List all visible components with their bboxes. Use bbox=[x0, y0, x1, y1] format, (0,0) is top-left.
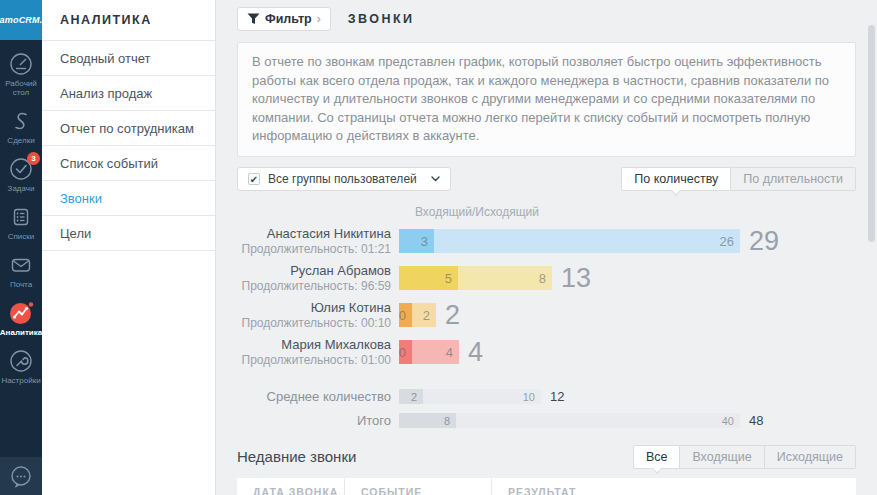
amocrm-analytics-calls-page: amoCRM. Рабочий стол Сделки 3 Задачи bbox=[0, 0, 877, 495]
bar[interactable]: 0 4 bbox=[399, 340, 459, 364]
vertical-scrollbar-thumb[interactable] bbox=[868, 25, 875, 242]
calls-filter-tabs: Все Входящие Исходящие bbox=[633, 445, 856, 469]
chart-title: Входящий/Исходящий bbox=[415, 205, 856, 219]
dropdown-label: Все группы пользователей bbox=[268, 172, 417, 186]
rail-item-label: Аналитика bbox=[0, 328, 42, 337]
topbar: Фильтр › ЗВОНКИ bbox=[237, 0, 856, 38]
rail-item-deals[interactable]: Сделки bbox=[0, 108, 42, 145]
outgoing-bar-segment[interactable]: 40 bbox=[456, 413, 740, 428]
chart-row-label: Руслан Абрамов Продолжительность: 96:59 bbox=[237, 263, 391, 294]
deals-icon bbox=[8, 108, 34, 134]
outgoing-bar-segment[interactable]: 10 bbox=[423, 389, 541, 404]
chart-row: Руслан Абрамов Продолжительность: 96:59 … bbox=[237, 260, 856, 297]
settings-icon bbox=[8, 348, 34, 374]
rail-item-analytics[interactable]: Аналитика bbox=[0, 300, 42, 337]
rail-item-label: Настройки bbox=[1, 376, 40, 385]
incoming-bar-segment[interactable]: 8 bbox=[399, 413, 456, 428]
rail-item-label: Списки bbox=[8, 232, 35, 241]
tab-outgoing[interactable]: Исходящие bbox=[765, 445, 856, 469]
chart-row-label: Среднее количество bbox=[237, 389, 391, 405]
report-description: В отчете по звонкам представлен график, … bbox=[237, 42, 856, 157]
outgoing-bar-segment[interactable]: 8 bbox=[458, 266, 552, 290]
main-content: Фильтр › ЗВОНКИ В отчете по звонкам пред… bbox=[216, 0, 877, 495]
chart-row: Анастасия Никитина Продолжительность: 01… bbox=[237, 223, 856, 260]
mail-icon bbox=[8, 252, 34, 278]
bar-total-value: 48 bbox=[749, 413, 763, 428]
manager-name: Среднее количество bbox=[237, 389, 391, 405]
column-header-result: РЕЗУЛЬТАТ bbox=[491, 478, 856, 495]
tab-incoming[interactable]: Входящие bbox=[680, 445, 764, 469]
chart-row: Итого 8 40 48 bbox=[237, 409, 856, 433]
recent-calls-header: Недавние звонки Все Входящие Исходящие bbox=[237, 445, 856, 469]
rail-item-desktop[interactable]: Рабочий стол bbox=[0, 51, 42, 97]
call-duration-label: Продолжительность: 01:00 bbox=[237, 353, 391, 368]
rail-item-lists[interactable]: Списки bbox=[0, 204, 42, 241]
sidebar-item-summary-report[interactable]: Сводный отчет bbox=[42, 41, 215, 76]
recent-calls-table: ДАТА ЗВОНКА СОБЫТИЕ РЕЗУЛЬТАТ 14.11.2017… bbox=[237, 478, 856, 495]
rail-item-tasks[interactable]: 3 Задачи bbox=[0, 156, 42, 193]
chart-row-label: Итого bbox=[237, 413, 391, 429]
outgoing-bar-segment[interactable]: 26 bbox=[434, 229, 740, 253]
manager-name: Юлия Котина bbox=[237, 300, 391, 316]
incoming-bar-segment[interactable]: 0 bbox=[399, 303, 412, 327]
chart-mode-toggle: По количеству По длительности bbox=[621, 167, 856, 191]
incoming-bar-segment[interactable]: 0 bbox=[399, 340, 412, 364]
amocrm-logo[interactable]: amoCRM. bbox=[0, 0, 42, 40]
left-icon-rail: amoCRM. Рабочий стол Сделки 3 Задачи bbox=[0, 0, 42, 495]
analytics-sidebar: АНАЛИТИКА Сводный отчет Анализ продаж От… bbox=[42, 0, 216, 495]
manager-name: Руслан Абрамов bbox=[237, 263, 391, 279]
analytics-icon bbox=[8, 300, 34, 326]
sidebar-item-employee-report[interactable]: Отчет по сотрудникам bbox=[42, 111, 215, 146]
tab-all[interactable]: Все bbox=[633, 445, 681, 469]
recent-calls-title: Недавние звонки bbox=[237, 448, 356, 465]
bar[interactable]: 0 2 bbox=[399, 303, 436, 327]
table-header-row: ДАТА ЗВОНКА СОБЫТИЕ РЕЗУЛЬТАТ bbox=[237, 478, 856, 495]
bar-total-value: 29 bbox=[749, 226, 779, 257]
incoming-bar-segment[interactable]: 5 bbox=[399, 266, 458, 290]
sidebar-item-goals[interactable]: Цели bbox=[42, 216, 215, 251]
support-chat-button[interactable] bbox=[0, 457, 42, 495]
filter-button[interactable]: Фильтр › bbox=[237, 7, 331, 31]
chevron-right-icon: › bbox=[317, 12, 321, 26]
incoming-bar-segment[interactable]: 3 bbox=[399, 229, 434, 253]
chart-row-label: Юлия Котина Продолжительность: 00:10 bbox=[237, 300, 391, 331]
rail-item-settings[interactable]: Настройки bbox=[0, 348, 42, 385]
bar[interactable]: 8 40 bbox=[399, 413, 740, 428]
checkbox-checked-icon: ✔ bbox=[248, 173, 260, 185]
sidebar-item-events-list[interactable]: Список событий bbox=[42, 146, 215, 181]
toggle-by-duration[interactable]: По длительности bbox=[731, 167, 856, 191]
tasks-icon: 3 bbox=[8, 156, 34, 182]
manager-name: Итого bbox=[237, 413, 391, 429]
rail-item-label: Сделки bbox=[7, 136, 34, 145]
call-duration-label: Продолжительность: 96:59 bbox=[237, 279, 391, 294]
sidebar-item-sales-analysis[interactable]: Анализ продаж bbox=[42, 76, 215, 111]
support-chat-icon bbox=[9, 464, 33, 488]
toggle-by-count[interactable]: По количеству bbox=[621, 167, 731, 191]
rail-item-label: Рабочий стол bbox=[0, 79, 42, 97]
outgoing-bar-segment[interactable]: 4 bbox=[412, 340, 459, 364]
bar[interactable]: 5 8 bbox=[399, 266, 552, 290]
bar-total-value: 4 bbox=[468, 337, 483, 368]
chart-row-label: Анастасия Никитина Продолжительность: 01… bbox=[237, 226, 391, 257]
rail-nav: Рабочий стол Сделки 3 Задачи Списк bbox=[0, 40, 42, 385]
column-header-event: СОБЫТИЕ bbox=[344, 478, 491, 495]
rail-item-mail[interactable]: Почта bbox=[0, 252, 42, 289]
user-groups-dropdown[interactable]: ✔ Все группы пользователей bbox=[237, 167, 451, 191]
filter-label: Фильтр bbox=[265, 12, 312, 26]
tasks-badge: 3 bbox=[27, 152, 40, 165]
sidebar-item-calls[interactable]: Звонки bbox=[42, 181, 215, 216]
incoming-bar-segment[interactable]: 2 bbox=[399, 389, 423, 404]
lists-icon bbox=[8, 204, 34, 230]
column-header-date: ДАТА ЗВОНКА bbox=[237, 478, 344, 495]
sidebar-title: АНАЛИТИКА bbox=[42, 0, 215, 41]
bar[interactable]: 2 10 bbox=[399, 389, 541, 404]
chart-row: Среднее количество 2 10 12 bbox=[237, 385, 856, 409]
bar[interactable]: 3 26 bbox=[399, 229, 740, 253]
page-title: ЗВОНКИ bbox=[348, 12, 415, 26]
rail-item-label: Задачи bbox=[8, 184, 35, 193]
outgoing-bar-segment[interactable]: 2 bbox=[412, 303, 436, 327]
call-duration-label: Продолжительность: 00:10 bbox=[237, 316, 391, 331]
chevron-down-icon bbox=[431, 176, 440, 182]
chart-row: Мария Михалкова Продолжительность: 01:00… bbox=[237, 334, 856, 371]
manager-name: Мария Михалкова bbox=[237, 337, 391, 353]
